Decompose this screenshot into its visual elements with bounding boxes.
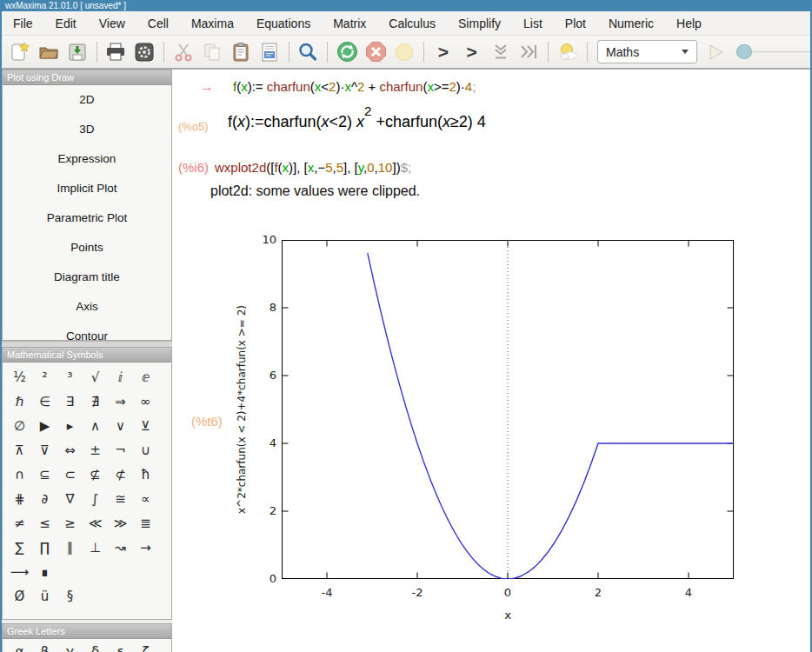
evaluate-rest-button[interactable] [516, 39, 542, 65]
symbol-button[interactable]: ⅇ [133, 365, 158, 389]
symbol-button[interactable]: ⇔ [57, 438, 83, 462]
paste-button[interactable] [228, 39, 254, 65]
insert-text-button[interactable] [256, 39, 283, 65]
symbol-button[interactable]: ü [32, 584, 57, 609]
evaluate-till-here-button[interactable] [488, 39, 514, 65]
menu-item[interactable]: Simplify [447, 11, 512, 36]
animation-speed-slider[interactable] [735, 43, 810, 61]
symbol-button[interactable]: ½ [7, 365, 32, 389]
title-bar[interactable]: wxMaxima 21.01.0 [ unsaved* ] [2, 0, 810, 11]
input-cell-1[interactable]: → f(x):= charfun(x<2)·x^2 + charfun(x>=2… [200, 79, 476, 95]
symbol-button[interactable]: ∩ [7, 462, 32, 487]
symbol-button[interactable]: ∏ [32, 536, 57, 560]
symbol-button[interactable]: ⅈ [108, 365, 133, 389]
menu-item[interactable]: View [88, 11, 136, 36]
symbol-button[interactable]: ⊄ [108, 462, 133, 487]
cut-button[interactable] [170, 39, 196, 65]
symbol-button[interactable]: ∄ [83, 389, 108, 414]
menu-item[interactable]: Maxima [180, 11, 245, 36]
symbol-button[interactable]: ℏ [7, 389, 32, 414]
menu-item[interactable]: Equations [245, 11, 322, 36]
symbol-button[interactable]: ∅ [7, 414, 32, 438]
menu-item[interactable]: File [2, 11, 44, 36]
draw-panel-button[interactable]: 2D [3, 85, 171, 115]
symbol-button[interactable]: ⊽ [32, 438, 57, 462]
greek-letter-button[interactable]: δ [83, 641, 108, 652]
menu-item[interactable]: Calculus [377, 11, 447, 36]
draw-panel-button[interactable]: Axis [3, 292, 171, 322]
greek-letter-button[interactable]: γ [57, 641, 83, 652]
configure-button[interactable] [131, 39, 157, 65]
greek-letter-button[interactable]: α [7, 641, 32, 652]
symbol-button[interactable]: ▸ [57, 414, 83, 438]
slider-knob[interactable] [736, 44, 752, 59]
symbol-button[interactable]: § [57, 584, 83, 609]
draw-panel-button[interactable]: Parametric Plot [3, 203, 171, 233]
cell-style-dropdown[interactable]: Maths [597, 40, 697, 63]
symbol-button[interactable]: ³ [57, 365, 83, 389]
symbol-button[interactable]: Ø [7, 584, 32, 609]
symbol-button[interactable]: ∫ [83, 487, 108, 511]
copy-button[interactable] [199, 39, 225, 65]
recalculate-button[interactable] [334, 39, 360, 65]
symbol-button[interactable]: ⊆ [32, 462, 57, 487]
worksheet[interactable]: → f(x):= charfun(x<2)·x^2 + charfun(x>=2… [172, 70, 810, 650]
input-cell-6[interactable]: (%i6) wxplot2d([f(x)], [x,−5,5], [y,0,10… [178, 160, 411, 175]
menu-item[interactable]: Cell [136, 11, 180, 36]
menu-item[interactable]: Numeric [597, 11, 665, 36]
symbol-button[interactable]: ⊈ [83, 462, 108, 487]
symbol-button[interactable]: ∪ [133, 438, 158, 462]
symbol-button[interactable]: ▶ [32, 414, 57, 438]
symbol-button[interactable]: ∇ [57, 487, 83, 511]
symbol-button[interactable]: ∥ [57, 536, 83, 560]
symbol-button[interactable]: ⇒ [108, 389, 133, 414]
symbol-button[interactable]: ⊻ [133, 414, 158, 438]
input-code[interactable]: f(x):= charfun(x<2)·x^2 + charfun(x>=2)·… [233, 79, 476, 95]
symbol-button[interactable]: ∞ [133, 389, 158, 414]
evaluate-current-cell-button[interactable]: > [430, 39, 456, 65]
symbol-button[interactable]: ħ [133, 462, 158, 487]
symbol-button[interactable]: ⊼ [7, 438, 32, 462]
symbol-button[interactable]: ∝ [133, 487, 158, 511]
search-button[interactable] [296, 39, 322, 65]
panel-title[interactable]: Mathematical Symbols [3, 348, 171, 363]
symbol-button[interactable]: ⟶ [7, 560, 32, 584]
symbol-button[interactable]: ≣ [133, 511, 158, 536]
greek-letter-button[interactable]: β [32, 641, 57, 652]
symbol-button[interactable]: ± [83, 438, 108, 462]
symbol-button[interactable]: ∨ [108, 414, 133, 438]
draw-panel-button[interactable]: 3D [3, 115, 171, 144]
menu-item[interactable]: Plot [554, 11, 597, 36]
symbol-button[interactable]: ∃ [57, 389, 83, 414]
symbol-button[interactable]: ≪ [83, 511, 108, 536]
draw-panel-button[interactable]: Expression [3, 144, 171, 174]
evaluate-all-cells-button[interactable]: > [459, 39, 485, 65]
draw-panel-button[interactable]: Contour [3, 322, 171, 340]
play-animation-button[interactable] [703, 39, 729, 65]
panel-title[interactable]: Greek Letters [3, 624, 171, 639]
symbol-button[interactable]: ⊥ [83, 536, 108, 560]
menu-item[interactable]: List [512, 11, 554, 36]
draw-panel-button[interactable]: Diagram title [3, 263, 171, 292]
symbol-button[interactable]: ≠ [7, 511, 32, 536]
symbol-button[interactable]: √ [83, 365, 108, 389]
symbol-button[interactable]: ≅ [108, 487, 133, 511]
save-button[interactable] [64, 39, 90, 65]
symbol-button[interactable]: ¬ [108, 438, 133, 462]
symbol-button[interactable]: ∧ [83, 414, 108, 438]
input-code[interactable]: wxplot2d([f(x)], [x,−5,5], [y,0,10])$; [215, 160, 411, 175]
symbol-button[interactable]: ≥ [57, 511, 83, 536]
menu-item[interactable]: Edit [44, 11, 88, 36]
panel-title[interactable]: Plot using Draw [3, 70, 171, 85]
symbol-button[interactable]: ∈ [32, 389, 57, 414]
menu-item[interactable]: Help [665, 11, 713, 36]
symbol-button[interactable]: ≤ [32, 511, 57, 536]
symbol-button[interactable]: ∎ [32, 560, 57, 584]
symbol-button[interactable]: ≫ [108, 511, 133, 536]
symbol-button[interactable]: ↝ [108, 536, 133, 560]
symbol-button[interactable]: ∂ [32, 487, 57, 511]
symbol-button[interactable]: ⊂ [57, 462, 83, 487]
draw-panel-button[interactable]: Implicit Plot [3, 174, 171, 203]
scrollbar[interactable] [2, 341, 172, 347]
greek-letter-button[interactable]: ε [108, 641, 133, 652]
